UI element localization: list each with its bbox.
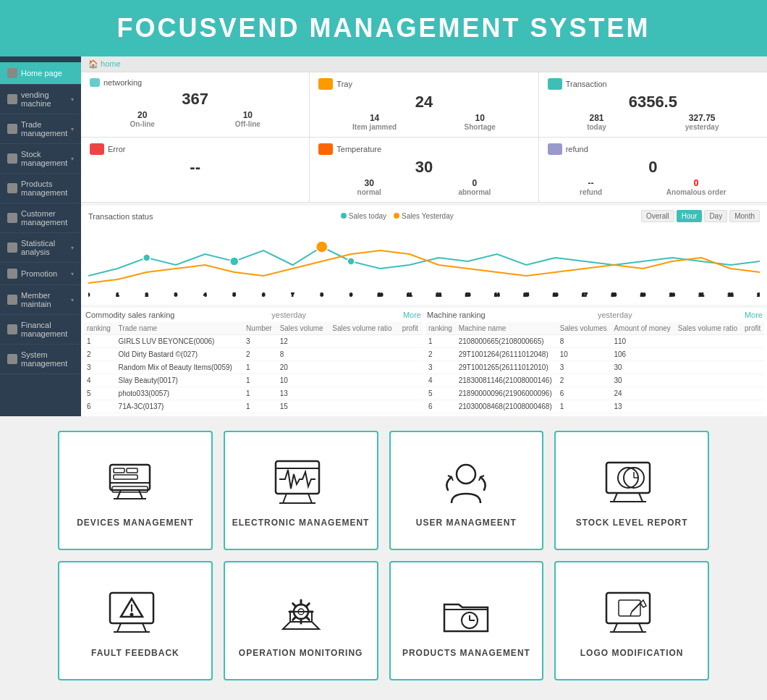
sidebar-item-home[interactable]: Home page <box>0 62 81 85</box>
tab-overall[interactable]: Overall <box>641 210 674 222</box>
svg-point-50 <box>130 613 132 615</box>
card-stock-level-report[interactable]: STOCK LEVEL REPORT <box>554 431 709 550</box>
stats-row-2: Error -- Temperature 30 30 normal <box>81 138 767 203</box>
stats-temperature: Temperature 30 30 normal 0 abnormal <box>310 138 538 202</box>
svg-rect-70 <box>619 600 640 616</box>
promotion-icon <box>7 269 17 279</box>
sidebar-item-financial[interactable]: Financal management <box>0 315 81 345</box>
products-management-icon <box>437 584 495 642</box>
app-header: FOCUSVEND MANAGEMENT SYSTEM <box>0 0 767 56</box>
sidebar-item-vending[interactable]: vending machine ▾ <box>0 85 81 114</box>
tray-label: Tray <box>336 80 352 88</box>
card-logo-modification[interactable]: LOGO MODIFICATION <box>554 561 709 680</box>
commodity-more-link[interactable]: More <box>403 311 421 319</box>
tab-hour[interactable]: Hour <box>677 210 703 222</box>
sidebar-item-member[interactable]: Member maintain ▾ <box>0 285 81 315</box>
stats-row-1: networking 367 20 On-line 10 Off-line <box>81 72 767 138</box>
dashboard-content: 🏠 home networking 367 20 On-line <box>81 56 767 416</box>
jammed-val: 14 <box>352 113 397 123</box>
tab-month[interactable]: Month <box>729 210 760 222</box>
chevron-down-icon: ▾ <box>71 245 74 251</box>
mcol-profit: profit <box>742 322 764 335</box>
svg-line-51 <box>117 623 121 632</box>
card-products-management[interactable]: PRODUCTS MANAGEMENT <box>389 561 544 680</box>
card-devices-management[interactable]: DEVICES MANAGEMENT <box>58 431 213 550</box>
sidebar-label-financial: Financal management <box>21 321 74 338</box>
logo-modification-icon <box>603 584 661 642</box>
sidebar-item-statistical[interactable]: Statistical analysis ▾ <box>0 233 81 263</box>
svg-text:1: 1 <box>116 292 119 297</box>
svg-text:3: 3 <box>174 292 177 297</box>
home-icon <box>7 68 17 78</box>
svg-text:2: 2 <box>145 292 148 297</box>
machine-table-section: Machine ranking yesterday More ranking M… <box>425 311 764 413</box>
card-logo-label: LOGO MODIFICATION <box>580 648 684 658</box>
normal-label: normal <box>357 188 381 196</box>
table-row: 1GIRLS LUV BEYONCE(0006)312 <box>84 335 423 348</box>
mcol-ranking: ranking <box>425 322 456 335</box>
card-devices-label: DEVICES MANAGEMENT <box>77 518 193 528</box>
machine-table-title: Machine ranking <box>427 311 486 319</box>
dashboard-container: Home page vending machine ▾ Trade manage… <box>0 56 767 416</box>
refund-val: -- <box>580 178 602 188</box>
sidebar-item-products[interactable]: Products management <box>0 174 81 203</box>
table-row: 2Old Dirty Bastard ©(027)28 <box>84 348 423 361</box>
col-ranking: ranking <box>84 322 116 335</box>
card-user-label: USER MANAGMEENT <box>416 518 517 528</box>
error-total: -- <box>90 158 300 177</box>
app-title: FOCUSVEND MANAGEMENT SYSTEM <box>0 13 767 43</box>
svg-line-62 <box>292 617 295 620</box>
sidebar-item-trade[interactable]: Trade management ▾ <box>0 114 81 144</box>
svg-text:9: 9 <box>349 292 352 297</box>
jammed-label: Item jammed <box>352 123 397 131</box>
refund-sublabel: refund <box>580 188 602 196</box>
anomalous-label: Anomalous order <box>666 188 726 196</box>
sidebar-item-system[interactable]: System management <box>0 345 81 374</box>
fault-feedback-icon <box>106 584 164 642</box>
machine-table-yesterday: yesterday <box>598 311 632 319</box>
networking-total: 367 <box>90 90 300 109</box>
system-icon <box>7 354 17 364</box>
svg-rect-32 <box>114 475 137 479</box>
card-fault-feedback[interactable]: FAULT FEEDBACK <box>58 561 213 680</box>
chevron-down-icon: ▾ <box>71 271 74 277</box>
sidebar-label-vending: vending machine <box>21 90 71 108</box>
sidebar-label-member: Member maintain <box>21 291 71 308</box>
temperature-total: 30 <box>318 158 529 177</box>
table-row: 671A-3C(0137)115 <box>84 400 423 413</box>
svg-line-61 <box>306 617 309 620</box>
transaction-total: 6356.5 <box>548 93 758 111</box>
table-row: 329T1001265(26111012010)330 <box>425 361 764 374</box>
svg-rect-30 <box>114 468 124 473</box>
sidebar-item-promotion[interactable]: Promotion ▾ <box>0 263 81 285</box>
chevron-down-icon: ▾ <box>71 126 74 132</box>
tab-day[interactable]: Day <box>704 210 727 222</box>
legend-today-dot <box>341 213 347 219</box>
commodity-table: ranking Trade name Number Sales volume S… <box>84 322 423 413</box>
col-profit: profit <box>399 322 423 335</box>
stats-networking: networking 367 20 On-line 10 Off-line <box>81 72 310 137</box>
svg-text:22: 22 <box>728 292 733 297</box>
card-operation-monitoring[interactable]: OPERATION MONITORING <box>224 561 378 680</box>
table-row: 229T1001264(26111012048)10106 <box>425 348 764 361</box>
anomalous-val: 0 <box>666 178 726 188</box>
sidebar-item-stock[interactable]: Stock management ▾ <box>0 144 81 174</box>
table-row: 5photo033(0057)113 <box>84 387 423 400</box>
svg-line-75 <box>639 623 643 632</box>
svg-text:12: 12 <box>436 292 441 297</box>
refund-total: 0 <box>548 158 758 177</box>
svg-rect-33 <box>276 461 319 494</box>
temperature-label: Temperature <box>336 145 381 153</box>
machine-more-link[interactable]: More <box>745 311 763 319</box>
stats-tray: Tray 24 14 Item jammed 10 Shortage <box>310 72 538 137</box>
svg-line-27 <box>139 490 143 499</box>
table-row: 4Slay Beauty(0017)110 <box>84 374 423 387</box>
mcol-ratio: Sales volume ratio <box>675 322 742 335</box>
legend-yesterday: Sales Yesterday <box>402 212 454 220</box>
sidebar-label-promotion: Promotion <box>21 269 57 278</box>
legend-today: Sales today <box>349 212 386 220</box>
mcol-amount: Amount of money <box>611 322 674 335</box>
sidebar-item-customer[interactable]: Customer management <box>0 203 81 233</box>
card-electronic-management[interactable]: ELECTRONIC MANAGEMENT <box>224 431 378 550</box>
card-user-management[interactable]: USER MANAGMEENT <box>389 431 544 550</box>
